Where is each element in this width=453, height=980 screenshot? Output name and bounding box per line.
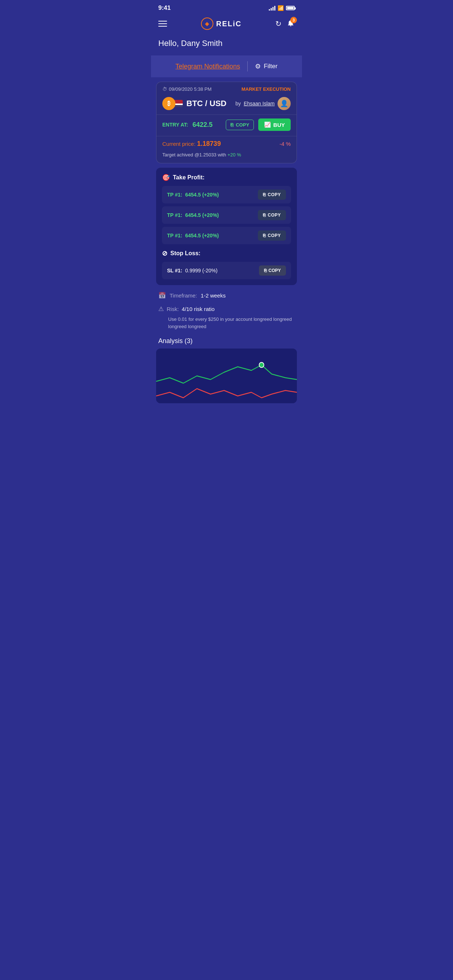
current-price-label: Current price: [162,141,196,147]
signal-bars-icon [269,5,275,11]
pair-row: ₿ BTC / USD by Ehsaan Islam 👤 [156,95,297,115]
copy-icon-1: ⎘ [263,192,266,197]
analysis-title: Analysis (3) [151,334,302,348]
logo-icon: ◈ [201,18,214,30]
price-row: Current price: 1.18739 -4 % [156,136,297,150]
status-icons: 📶 [269,5,295,11]
entry-copy-button[interactable]: ⎘ COPY [226,119,254,130]
price-left: Current price: 1.18739 [162,140,221,148]
risk-label: Risk: [167,306,179,312]
sl-1-value: 0.9999 (-20%) [185,267,259,274]
timeframe-icon: 📅 [158,292,166,299]
wifi-icon: 📶 [278,5,284,11]
copy-label-3: COPY [268,233,281,238]
filter-icon: ⚙ [255,62,261,70]
pair-right: by Ehsaan Islam 👤 [235,97,291,110]
svg-point-1 [259,363,264,368]
take-profit-title: 🎯 Take Profit: [162,173,291,181]
status-bar: 9:41 📶 [151,0,302,14]
risk-description: Use 0.01 for every $250 in your account … [151,314,302,334]
buy-label: BUY [273,122,285,128]
entry-row: ENTRY AT: 6422.5 ⎘ COPY 📈 BUY [156,115,297,136]
logo-text: RELiC [216,20,242,28]
timeframe-value: 1-2 weeks [201,293,225,299]
battery-icon [286,6,295,10]
author-name[interactable]: Ehsaan Islam [244,100,274,107]
take-profit-label: Take Profit: [173,174,205,181]
copy-icon-sl: ⎘ [264,268,266,273]
tp-2-value: 6454.5 (+20%) [185,212,258,218]
risk-value: 4/10 risk ratio [182,306,214,312]
tp-sl-section: 🎯 Take Profit: TP #1: 6454.5 (+20%) ⎘ CO… [156,168,297,285]
target-pct: +20 % [228,152,241,158]
btc-icon: ₿ [162,97,175,110]
tp-1-copy-button[interactable]: ⎘ COPY [258,189,286,200]
risk-icon: ⚠ [158,305,164,313]
sl-row-1: SL #1: 0.9999 (-20%) ⎘ COPY [162,262,291,279]
tp-row-1: TP #1: 6454.5 (+20%) ⎘ COPY [162,186,291,204]
sl-1-label: SL #1: [167,267,182,274]
chart-svg [156,348,297,403]
stop-icon: ⊘ [162,250,167,258]
telegram-notifications-link[interactable]: Telegram Notifications [175,63,240,70]
analysis-chart[interactable] [156,348,297,403]
tp-row-3: TP #1: 6454.5 (+20%) ⎘ COPY [162,227,291,244]
sl-1-copy-button[interactable]: ⎘ COPY [259,266,286,275]
copy-label-sl: COPY [268,268,281,273]
copy-icon-3: ⎘ [263,233,266,238]
trade-card: ⏱ 09/09/2020 5:38 PM MARKET EXECUTION ₿ … [156,82,297,163]
price-change: -4 % [279,141,291,147]
copy-label-2: COPY [268,213,281,218]
market-execution-badge: MARKET EXECUTION [241,86,291,92]
chart-icon: 📈 [264,121,271,128]
tp-3-value: 6454.5 (+20%) [185,232,258,239]
header-right: ↻ 3 [275,19,295,29]
pair-left: ₿ BTC / USD [162,97,226,110]
filter-button[interactable]: ⚙ Filter [255,62,278,70]
tp-2-copy-button[interactable]: ⎘ COPY [258,210,286,220]
tp-1-label: TP #1: [167,192,182,197]
logo: ◈ RELiC [201,18,242,30]
clock-icon: ⏱ [162,86,167,92]
entry-label: ENTRY AT: [162,122,188,127]
copy-label: COPY [236,122,249,127]
buy-button[interactable]: 📈 BUY [258,118,291,131]
notification-badge: 3 [290,17,297,23]
timeframe-row: 📅 Timeframe: 1-2 weeks [151,289,302,302]
pair-icons: ₿ [162,97,183,110]
greeting: Hello, Dany Smith [151,36,302,56]
target-text: Target achived @1.25033 with +20 % [162,152,241,158]
toolbar: Telegram Notifications ⚙ Filter [151,56,302,77]
by-label: by [235,100,241,107]
stop-loss-title: ⊘ Stop Loss: [162,250,291,258]
target-icon: 🎯 [162,173,170,181]
tp-row-2: TP #1: 6454.5 (+20%) ⎘ COPY [162,206,291,224]
tp-2-label: TP #1: [167,212,182,218]
author-avatar: 👤 [278,97,291,110]
target-row: Target achived @1.25033 with +20 % [156,150,297,163]
hamburger-menu[interactable] [158,21,167,27]
card-datetime: ⏱ 09/09/2020 5:38 PM [162,86,212,92]
status-time: 9:41 [158,5,171,12]
current-price-value: 1.18739 [197,140,221,147]
stop-loss-label: Stop Loss: [170,250,201,257]
pair-name: BTC / USD [187,99,226,108]
refresh-button[interactable]: ↻ [275,19,282,28]
datetime-value: 09/09/2020 5:38 PM [169,86,212,92]
timeframe-label: Timeframe: [170,293,197,299]
copy-icon: ⎘ [231,122,233,127]
tp-1-value: 6454.5 (+20%) [185,192,258,197]
copy-label-1: COPY [268,192,281,197]
toolbar-divider [247,61,248,72]
notification-button[interactable]: 3 [287,19,295,29]
header: ◈ RELiC ↻ 3 [151,14,302,36]
risk-row: ⚠ Risk: 4/10 risk ratio [151,302,302,314]
copy-icon-2: ⎘ [263,213,266,218]
entry-value: 6422.5 [193,121,222,129]
tp-3-copy-button[interactable]: ⎘ COPY [258,231,286,240]
avatar-image: 👤 [278,97,291,110]
tp-3-label: TP #1: [167,232,182,239]
card-header: ⏱ 09/09/2020 5:38 PM MARKET EXECUTION [156,82,297,95]
filter-label: Filter [264,63,278,70]
